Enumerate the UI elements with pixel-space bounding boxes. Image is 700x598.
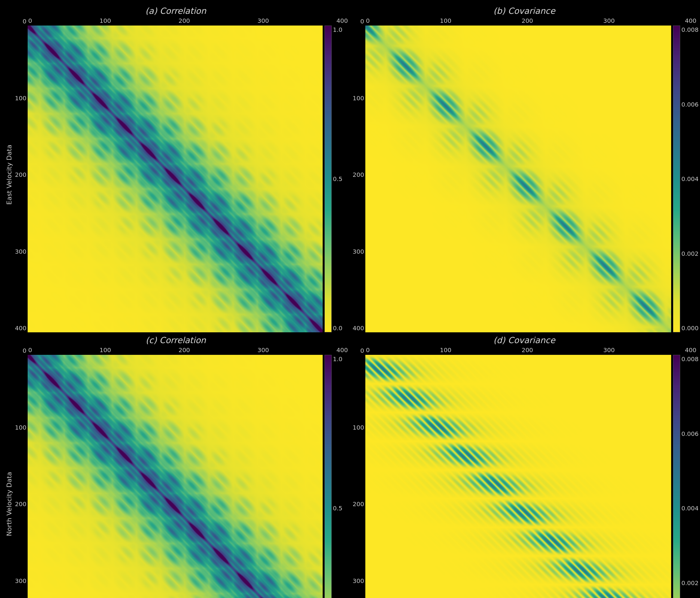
panel-a-yticks: 0 100 200 300 400 [14,17,28,332]
panel-c-ylabel: North Velocity Data [3,346,14,598]
panel-a-colorbar: 1.0 0.5 0.0 [324,26,349,332]
panel-b-yticks: 0 100 200 300 400 [351,17,365,332]
panel-a-inner: 0 100 200 300 400 0 100 200 300 400 [14,17,349,332]
main-container: (a) Correlation East Velocity Data 0 100… [0,0,700,598]
panel-b-colorbar-ticks: 0.008 0.006 0.004 0.002 0.000 [681,26,699,332]
ytick: 200 [15,500,26,508]
ytick: 0 [360,18,364,25]
panel-d-title: (d) Covariance [351,335,697,345]
panel-b-xticks: 0 100 200 300 400 [365,17,697,26]
ytick: 200 [353,171,364,178]
panel-d-plot-area: 0 100 200 300 400 0 100 200 300 400 [351,346,697,598]
ytick: 300 [15,248,26,255]
ytick: 400 [15,324,26,332]
panel-d-colorbar: 0.008 0.006 0.004 0.002 0.000 [673,355,697,598]
panel-d-canvas-area: 0 100 200 300 400 [365,346,697,598]
panel-d-inner: 0 100 200 300 400 0 100 200 300 400 [351,346,697,598]
panel-c-colorbar: 1.0 0.5 0.0 [324,355,349,598]
ytick: 0 [23,18,26,25]
panel-c-plot-area: North Velocity Data 0 100 200 300 400 0 … [3,346,349,598]
ytick: 0 [360,347,364,354]
ytick: 100 [353,424,364,431]
panel-a: (a) Correlation East Velocity Data 0 100… [3,6,349,332]
panel-c: (c) Correlation North Velocity Data 0 10… [3,335,349,598]
panel-c-xticks: 0 100 200 300 400 [28,346,349,355]
panel-a-canvas-area: 0 100 200 300 400 [28,17,349,332]
panel-b-canvas [365,26,671,332]
panel-d-canvas [365,355,671,598]
panel-a-ylabel: East Velocity Data [3,17,14,332]
panel-a-colorbar-ticks: 1.0 0.5 0.0 [333,26,343,332]
panel-b-canvas-colorbar: 0.008 0.006 0.004 0.002 0.000 [365,26,697,332]
panel-c-canvas-area: 0 100 200 300 400 [28,346,349,598]
panel-b-inner: 0 100 200 300 400 0 100 200 300 400 [351,17,697,332]
panel-c-title: (c) Correlation [3,335,349,345]
panel-d-colorbar-ticks: 0.008 0.006 0.004 0.002 0.000 [681,355,699,598]
panel-a-canvas [28,26,323,332]
ytick: 300 [353,248,364,255]
ytick: 400 [353,324,364,332]
panel-d-yticks: 0 100 200 300 400 [351,346,365,598]
top-row: (a) Correlation East Velocity Data 0 100… [3,6,697,332]
bottom-row: (c) Correlation North Velocity Data 0 10… [3,335,697,598]
panel-d: (d) Covariance 0 100 200 300 400 0 100 [351,335,697,598]
ytick: 100 [15,95,26,102]
panel-b-title: (b) Covariance [351,6,697,16]
panel-b-canvas-area: 0 100 200 300 400 [365,17,697,332]
ytick: 300 [353,577,364,584]
panel-c-colorbar-ticks: 1.0 0.5 0.0 [333,355,343,598]
panel-c-canvas-colorbar: 1.0 0.5 0.0 [28,355,349,598]
panel-b: (b) Covariance 0 100 200 300 400 0 100 [351,6,697,332]
ytick: 200 [353,500,364,508]
panel-c-canvas [28,355,323,598]
ytick: 300 [15,577,26,584]
ytick: 100 [353,95,364,102]
panel-d-canvas-colorbar: 0.008 0.006 0.004 0.002 0.000 [365,355,697,598]
panel-b-colorbar: 0.008 0.006 0.004 0.002 0.000 [673,26,697,332]
panel-a-xticks: 0 100 200 300 400 [28,17,349,26]
panel-a-canvas-colorbar: 1.0 0.5 0.0 [28,26,349,332]
panel-b-plot-area: 0 100 200 300 400 0 100 200 300 400 [351,17,697,332]
panel-a-title: (a) Correlation [3,6,349,16]
panel-c-yticks: 0 100 200 300 400 [14,346,28,598]
panel-a-plot-area: East Velocity Data 0 100 200 300 400 0 1… [3,17,349,332]
panel-d-xticks: 0 100 200 300 400 [365,346,697,355]
panel-c-inner: 0 100 200 300 400 0 100 200 300 400 [14,346,349,598]
ytick: 0 [23,347,26,354]
ytick: 100 [15,424,26,431]
ytick: 200 [15,171,26,178]
